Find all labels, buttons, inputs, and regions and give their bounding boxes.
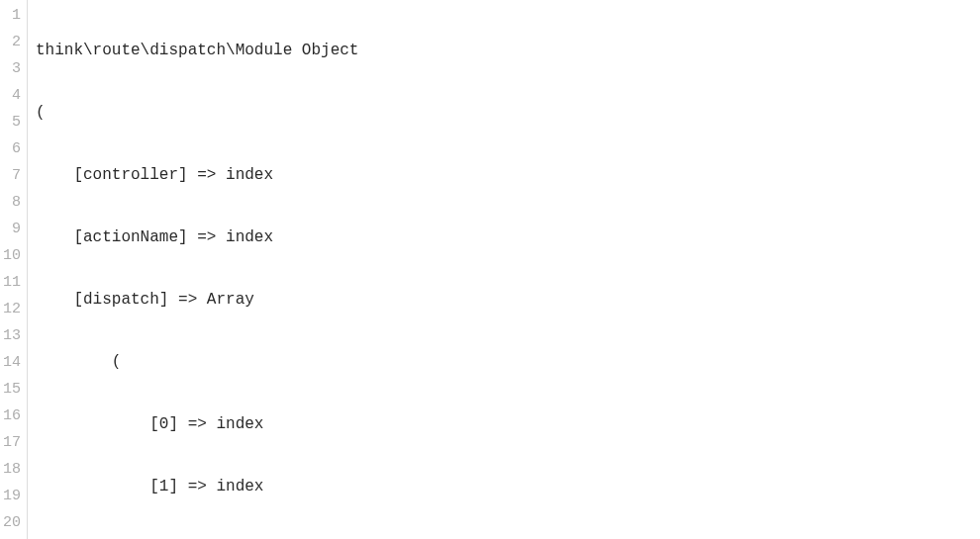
code-line: [actionName] => index	[36, 225, 980, 251]
line-number: 18	[2, 456, 21, 483]
code-line: [controller] => index	[36, 162, 980, 189]
code-line: (	[36, 349, 980, 376]
line-number: 1	[2, 2, 21, 29]
line-number: 10	[2, 242, 21, 269]
line-number: 2	[2, 29, 21, 55]
code-block: 1 2 3 4 5 6 7 8 9 10 11 12 13 14 15 16 1…	[0, 0, 980, 539]
line-number: 14	[2, 349, 21, 376]
line-number: 12	[2, 296, 21, 322]
code-line: [1] => index	[36, 474, 980, 500]
code-line: think\route\dispatch\Module Object	[36, 38, 980, 64]
code-line: [0] => index	[36, 411, 980, 438]
code-line: [dispatch] => Array	[36, 287, 980, 314]
line-number: 9	[2, 216, 21, 242]
line-number: 4	[2, 82, 21, 109]
line-number: 13	[2, 322, 21, 349]
line-number: 19	[2, 483, 21, 509]
line-number: 11	[2, 269, 21, 296]
line-number: 20	[2, 509, 21, 536]
line-number: 8	[2, 189, 21, 216]
line-number: 6	[2, 135, 21, 162]
line-number: 17	[2, 429, 21, 456]
line-number: 16	[2, 403, 21, 429]
code-content[interactable]: think\route\dispatch\Module Object ( [co…	[28, 0, 980, 539]
line-number: 15	[2, 376, 21, 403]
line-number: 5	[2, 109, 21, 135]
code-line: (	[36, 100, 980, 127]
line-number: 3	[2, 55, 21, 82]
line-number: 7	[2, 162, 21, 189]
line-number-gutter: 1 2 3 4 5 6 7 8 9 10 11 12 13 14 15 16 1…	[0, 0, 28, 539]
